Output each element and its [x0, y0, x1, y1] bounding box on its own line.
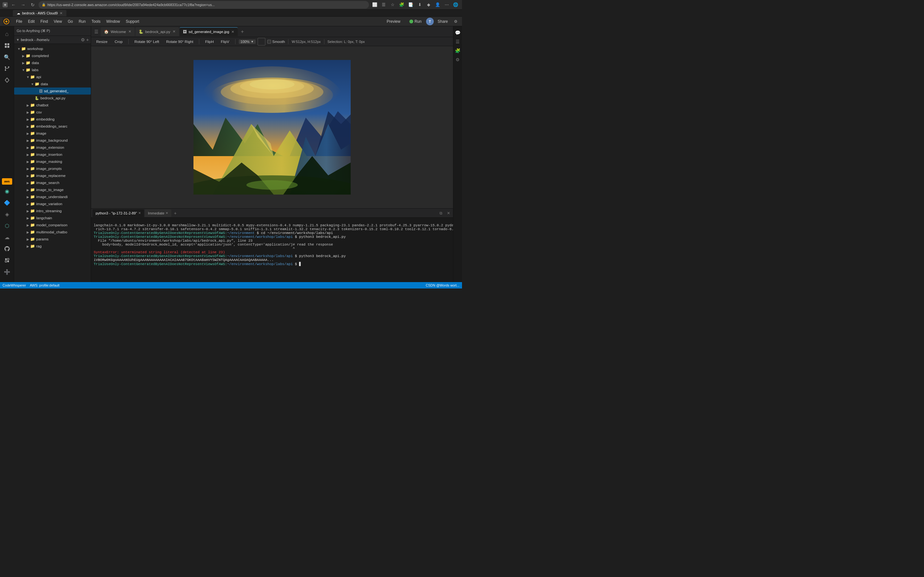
tree-embeddings-searc[interactable]: ▶ 📁 embeddings_searc [14, 123, 91, 130]
tree-image-masking[interactable]: ▶ 📁 image_masking [14, 158, 91, 165]
tree-langchain[interactable]: ▶ 📁 langchain [14, 214, 91, 221]
terminal-tab-immediate[interactable]: Immediate ✕ [145, 210, 171, 217]
tree-intro-streaming[interactable]: ▶ 📁 intro_streaming [14, 207, 91, 214]
forward-button[interactable]: → [19, 1, 27, 9]
flipv-button[interactable]: FlipV [218, 39, 232, 44]
fliph-button[interactable]: FlipH [202, 39, 216, 44]
activity-icon-5[interactable]: ☁ [2, 232, 12, 242]
tree-embedding[interactable]: ▶ 📁 embedding [14, 116, 91, 123]
right-settings-icon[interactable]: ⚙ [454, 56, 462, 63]
active-browser-tab[interactable]: ☁ bedrock - AWS Cloud9 ✕ [13, 10, 66, 16]
activity-icon-2[interactable]: 🔷 [2, 197, 12, 208]
tree-image-prompts[interactable]: ▶ 📁 image_prompts [14, 165, 91, 172]
user-avatar[interactable]: T [426, 18, 434, 25]
extensions-icon[interactable]: 🧩 [398, 1, 405, 9]
resize-button[interactable]: Resize [94, 39, 110, 44]
smooth-checkbox[interactable] [267, 40, 271, 44]
menu-find[interactable]: Find [38, 18, 50, 25]
translate-icon[interactable]: ⬜ [371, 1, 379, 9]
tree-data-api[interactable]: ▼ 📁 data [14, 81, 91, 87]
tab-close-btn[interactable]: ✕ [60, 11, 63, 15]
address-bar[interactable]: 🔒 https://us-west-2.console.aws.amazon.c… [39, 1, 369, 9]
tree-completed[interactable]: ▶ 📁 completed [14, 52, 91, 59]
tree-data-top[interactable]: ▶ 📁 data [14, 59, 91, 66]
settings-button[interactable]: ⚙ [452, 18, 459, 25]
refresh-button[interactable]: ↻ [29, 1, 37, 9]
terminal-popout-button[interactable]: ⧉ [438, 210, 444, 216]
right-puzzle-icon[interactable]: 🧩 [454, 47, 462, 55]
zoom-fit-button[interactable] [258, 38, 265, 45]
terminal-tab-python3[interactable]: python3 - "ip-172-31-2-89" ✕ [92, 210, 144, 217]
bedrock-api-tab-close[interactable]: ✕ [172, 29, 176, 34]
tree-image-to-image[interactable]: ▶ 📁 image_to_image [14, 186, 91, 193]
menu-tools[interactable]: Tools [89, 18, 103, 25]
tree-multimodal-chatbo[interactable]: ▶ 📁 multimodal_chatbo [14, 229, 91, 235]
terminal-add-tab-button[interactable]: + [172, 210, 178, 216]
terminal-content[interactable]: langchain-0.1.0 markdown-it-py-3.0.0 mar… [91, 218, 453, 282]
share-button[interactable]: Share [435, 18, 451, 25]
tab-menu-button[interactable]: ☰ [92, 28, 100, 35]
tree-bedrock-api[interactable]: 🐍 bedrock_api.py [14, 95, 91, 102]
terminal-close-button[interactable]: ✕ [445, 210, 452, 216]
tab-bedrock-api[interactable]: 🐍 bedrock_api.py ✕ [136, 27, 179, 36]
tree-image-background[interactable]: ▶ 📁 image_background [14, 137, 91, 144]
activity-icon-1[interactable]: ◉ [2, 186, 12, 196]
copilot-icon[interactable]: ◆ [425, 1, 433, 9]
profile-icon[interactable]: 👤 [434, 1, 441, 9]
menu-go[interactable]: Go [65, 18, 75, 25]
terminal-tab-immediate-close[interactable]: ✕ [166, 211, 168, 215]
activity-explorer-icon[interactable] [2, 40, 12, 51]
menu-view[interactable]: View [51, 18, 65, 25]
edge-icon[interactable]: 🌐 [452, 1, 459, 9]
activity-icon-add[interactable]: ➕ [2, 267, 12, 277]
tree-api[interactable]: ▼ 📁 api [14, 73, 91, 81]
collapse-icon[interactable]: ▼ [16, 38, 19, 42]
activity-icon-4[interactable]: ⬡ [2, 221, 12, 231]
sd-img-tab-close[interactable]: ✕ [231, 29, 234, 34]
tree-image[interactable]: ▶ 📁 image [14, 130, 91, 137]
activity-source-control-icon[interactable] [2, 63, 12, 74]
tree-image-search[interactable]: ▶ 📁 image_search [14, 179, 91, 186]
tree-labs[interactable]: ▼ 📁 labs [14, 66, 91, 73]
activity-home-icon[interactable]: ⌂ [2, 29, 12, 39]
tree-workshop[interactable]: ▼ 📁 workshop [14, 45, 91, 52]
tab-welcome[interactable]: 🏠 Welcome ✕ [101, 27, 135, 36]
aws-badge[interactable]: aws [2, 178, 12, 185]
tree-chatbot[interactable]: ▶ 📁 chatbot [14, 102, 91, 109]
download-icon[interactable]: ⬇ [416, 1, 423, 9]
add-tab-button[interactable]: + [238, 28, 246, 35]
add-folder-icon[interactable]: + [86, 37, 89, 42]
tree-image-insertion[interactable]: ▶ 📁 image_insertion [14, 151, 91, 158]
tree-sd-generated-image[interactable]: 🖼 sd_generated_ [14, 87, 91, 95]
back-button[interactable]: ← [10, 1, 17, 9]
crop-button[interactable]: Crop [112, 39, 125, 44]
favorites-icon[interactable]: ☆ [389, 1, 397, 9]
run-button[interactable]: Run [405, 18, 425, 25]
tree-image-extension[interactable]: ▶ 📁 image_extension [14, 144, 91, 151]
right-list-icon[interactable]: ☰ [454, 38, 462, 45]
activity-git-icon[interactable] [2, 75, 12, 85]
menu-window[interactable]: Window [103, 18, 123, 25]
tree-rag[interactable]: ▶ 📁 rag [14, 243, 91, 250]
tree-image-replaceme[interactable]: ▶ 📁 image_replaceme [14, 172, 91, 179]
activity-icon-github[interactable] [2, 243, 12, 254]
tree-image-understandi[interactable]: ▶ 📁 image_understandi [14, 193, 91, 200]
tree-csv[interactable]: ▶ 📁 csv [14, 109, 91, 116]
settings-cog-icon[interactable]: ⚙ [81, 37, 85, 42]
tree-image-variation[interactable]: ▶ 📁 image_variation [14, 200, 91, 207]
activity-search-icon[interactable]: 🔍 [2, 52, 12, 62]
tree-model-comparison[interactable]: ▶ 📁 model_comparison [14, 221, 91, 229]
menu-preview[interactable]: Preview [384, 18, 403, 25]
zoom-control[interactable]: 100% ▼ [239, 39, 256, 44]
welcome-tab-close[interactable]: ✕ [128, 29, 132, 34]
right-chat-icon[interactable]: 💬 [454, 29, 462, 37]
activity-icon-3[interactable]: ◈ [2, 209, 12, 219]
tree-params[interactable]: ▶ 📁 params [14, 235, 91, 243]
activity-icon-ext[interactable] [2, 255, 12, 266]
menu-edit[interactable]: Edit [25, 18, 37, 25]
tab-sd-generated-image[interactable]: 🖼 sd_generated_image.jpg ✕ [180, 27, 238, 36]
menu-support[interactable]: Support [123, 18, 142, 25]
rotate-left-button[interactable]: Rotate 90° Left [132, 39, 162, 44]
menu-file[interactable]: File [13, 18, 25, 25]
menu-run[interactable]: Run [76, 18, 88, 25]
